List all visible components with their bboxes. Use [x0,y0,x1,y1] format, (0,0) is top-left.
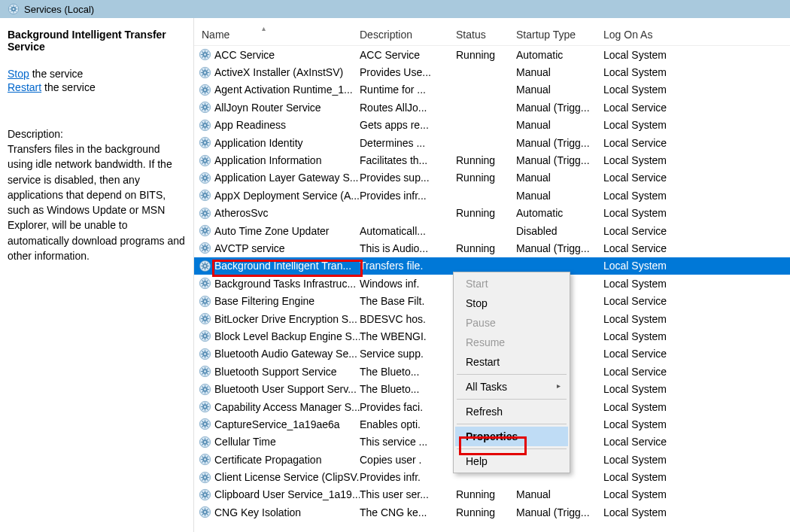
service-gear-icon [199,471,211,484]
service-row[interactable]: Application Layer Gateway S...Provides s… [194,169,790,187]
service-startup-type: Automatic [516,207,603,219]
service-logon-as: Local System [603,401,790,413]
submenu-arrow-icon: ▸ [557,382,561,390]
service-logon-as: Local Service [603,102,790,114]
service-logon-as: Local System [603,190,790,202]
selected-service-title: Background Intelligent Transfer Service [8,29,187,53]
col-header-name[interactable]: Name ▴ [194,29,360,41]
service-row[interactable]: AllJoyn Router ServiceRoutes AllJo...Man… [194,99,790,116]
service-logon-as: Local System [603,383,790,395]
description-body: Transfers files in the background using … [8,141,187,263]
service-logon-as: Local System [603,471,790,483]
service-description: Windows inf. [360,278,456,290]
service-description: The Blueto... [360,366,456,378]
service-name: Base Filtering Engine [214,295,314,307]
service-gear-icon [199,506,211,518]
menu-separator [457,448,567,449]
menu-item-refresh[interactable]: Refresh [455,402,568,421]
service-row[interactable]: Application InformationFacilitates th...… [194,151,790,169]
menu-item-stop[interactable]: Stop [455,293,568,313]
service-name: AtherosSvc [214,207,269,219]
service-row[interactable]: CNG Key IsolationThe CNG ke...RunningMan… [194,503,790,521]
service-description: Provides infr. [360,471,456,483]
service-row[interactable]: Clipboard User Service_1a19...This user … [194,486,790,503]
service-logon-as: Local Service [603,225,790,237]
service-startup-type: Manual (Trigg... [516,102,603,114]
service-startup-type: Manual [516,84,603,96]
service-name: Clipboard User Service_1a19... [214,488,360,500]
service-row[interactable]: AtherosSvcRunningAutomaticLocal System [194,205,790,222]
service-row[interactable]: AVCTP serviceThis is Audio...RunningManu… [194,239,790,257]
service-logon-as: Local Service [603,348,790,360]
service-gear-icon [199,84,211,96]
service-description: Determines ... [360,137,456,149]
service-logon-as: Local System [603,278,790,290]
service-gear-icon [199,242,211,254]
service-gear-icon [199,348,211,360]
service-name: CaptureService_1a19ae6a [214,418,340,430]
col-header-status[interactable]: Status [456,29,516,41]
service-name: Application Identity [214,137,303,149]
service-row[interactable]: App ReadinessGets apps re...ManualLocal … [194,117,790,134]
service-name: Background Tasks Infrastruc... [214,278,356,290]
service-gear-icon [199,136,211,149]
service-gear-icon [199,295,211,308]
service-logon-as: Local Service [603,436,790,448]
service-description: The Base Filt. [360,295,456,307]
service-status: Running [456,49,516,61]
service-row[interactable]: ACC ServiceACC ServiceRunningAutomaticLo… [194,46,790,63]
service-description: Provides faci. [360,401,456,413]
menu-separator [457,374,567,375]
service-status: Running [456,154,516,166]
service-gear-icon [199,453,211,466]
service-startup-type: Disabled [516,225,603,237]
restart-service-link[interactable]: Restart [8,81,41,93]
menu-item-properties[interactable]: Properties [455,427,568,446]
service-row[interactable]: ActiveX Installer (AxInstSV)Provides Use… [194,63,790,81]
service-description: ACC Service [360,49,456,61]
service-name: CNG Key Isolation [214,506,301,518]
service-description: Enables opti. [360,418,456,430]
sort-arrow-icon: ▴ [262,24,266,32]
service-gear-icon [199,48,211,61]
col-header-description[interactable]: Description [360,29,456,41]
service-logon-as: Local System [603,260,790,272]
service-name: AVCTP service [214,242,285,254]
service-status: Running [456,488,516,500]
service-row[interactable]: Application IdentityDetermines ...Manual… [194,134,790,151]
service-gear-icon [199,383,211,396]
service-description: BDESVC hos. [360,313,456,325]
service-logon-as: Local Service [603,295,790,307]
menu-item-help[interactable]: Help [455,451,568,471]
service-logon-as: Local System [603,418,790,430]
service-name: Client License Service (ClipSV... [214,471,360,483]
service-name: Application Information [214,154,321,166]
col-header-logon[interactable]: Log On As [603,29,790,41]
menu-item-restart[interactable]: Restart [455,352,568,372]
service-gear-icon [199,101,211,114]
service-startup-type: Manual [516,119,603,131]
service-logon-as: Local System [603,506,790,518]
service-name: Background Intelligent Tran... [214,260,351,272]
stop-suffix: the service [29,68,84,80]
service-description: This service ... [360,436,456,448]
service-name: App Readiness [214,119,286,131]
menu-item-pause: Pause [455,313,568,333]
service-startup-type: Manual [516,190,603,202]
service-row[interactable]: Auto Time Zone UpdaterAutomaticall...Dis… [194,222,790,239]
service-name: Auto Time Zone Updater [214,225,330,237]
services-list-panel: Name ▴ Description Status Startup Type L… [194,18,790,532]
service-description: Copies user . [360,454,456,466]
title-bar-text: Services (Local) [24,4,94,15]
service-row[interactable]: AppX Deployment Service (A...Provides in… [194,187,790,204]
context-menu[interactable]: StartStopPauseResumeRestartAll Tasks▸Ref… [453,272,570,473]
service-startup-type: Manual (Trigg... [516,506,603,518]
col-header-startup[interactable]: Startup Type [516,29,603,41]
service-logon-as: Local Service [603,366,790,378]
menu-item-all-tasks[interactable]: All Tasks▸ [455,377,568,397]
service-gear-icon [199,66,211,79]
service-description: Runtime for ... [360,84,456,96]
service-logon-as: Local Service [603,172,790,184]
stop-service-link[interactable]: Stop [8,68,29,80]
service-row[interactable]: Agent Activation Runtime_1...Runtime for… [194,81,790,99]
